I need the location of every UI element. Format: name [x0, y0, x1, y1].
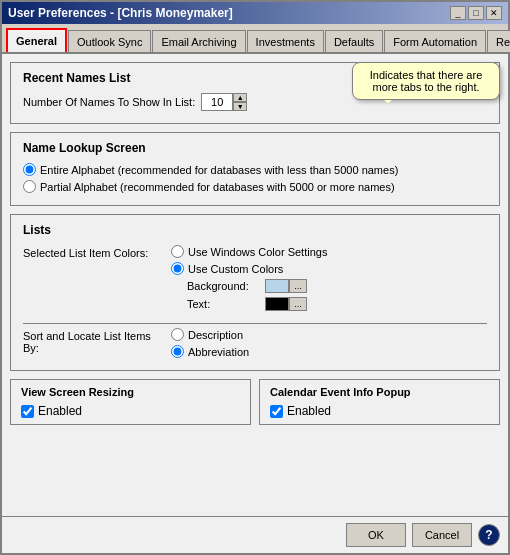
maximize-button[interactable]: □ [468, 6, 484, 20]
radio-sort-abbreviation[interactable] [171, 345, 184, 358]
lists-right-col: Use Windows Color Settings Use Custom Co… [171, 245, 487, 315]
text-color-label: Text: [187, 298, 257, 310]
main-window: User Preferences - [Chris Moneymaker] _ … [0, 0, 510, 555]
sort-description-label: Description [188, 329, 243, 341]
title-bar-buttons: _ □ ✕ [450, 6, 502, 20]
radio-row-custom: Use Custom Colors [171, 262, 487, 275]
view-screen-checkbox-row: Enabled [21, 404, 240, 418]
cancel-button[interactable]: Cancel [412, 523, 472, 547]
tab-form-automation[interactable]: Form Automation [384, 30, 486, 52]
minimize-button[interactable]: _ [450, 6, 466, 20]
sort-options-col: Description Abbreviation [171, 328, 487, 362]
radio-row-abbreviation: Abbreviation [171, 345, 487, 358]
radio-entire-alphabet[interactable] [23, 163, 36, 176]
spin-buttons: ▲ ▼ [233, 93, 247, 111]
calendar-popup-title: Calendar Event Info Popup [270, 386, 489, 398]
text-color-button[interactable]: ... [289, 297, 307, 311]
sort-label-col: Sort and Locate List Items By: [23, 328, 163, 362]
calendar-enabled-label: Enabled [287, 404, 331, 418]
spin-down-button[interactable]: ▼ [233, 102, 247, 111]
name-lookup-section: Name Lookup Screen Entire Alphabet (reco… [10, 132, 500, 206]
tooltip-text: Indicates that there are more tabs to th… [370, 69, 483, 93]
names-input-container: ▲ ▼ [201, 93, 247, 111]
button-bar: OK Cancel ? [2, 516, 508, 553]
sort-label: Sort and Locate List Items By: [23, 330, 151, 354]
spin-up-button[interactable]: ▲ [233, 93, 247, 102]
radio-windows-label: Use Windows Color Settings [188, 246, 327, 258]
background-color-label: Background: [187, 280, 257, 292]
tab-outlook-sync[interactable]: Outlook Sync [68, 30, 151, 52]
sort-inner: Sort and Locate List Items By: Descripti… [23, 328, 487, 362]
tab-investments[interactable]: Investments [247, 30, 324, 52]
radio-row-description: Description [171, 328, 487, 341]
background-swatch [265, 279, 289, 293]
tab-defaults[interactable]: Defaults [325, 30, 383, 52]
radio-row-entire: Entire Alphabet (recommended for databas… [23, 163, 487, 176]
names-input[interactable] [201, 93, 233, 111]
calendar-checkbox-row: Enabled [270, 404, 489, 418]
radio-partial-alphabet[interactable] [23, 180, 36, 193]
text-swatch [265, 297, 289, 311]
calendar-popup-section: Calendar Event Info Popup Enabled [259, 379, 500, 425]
ok-button[interactable]: OK [346, 523, 406, 547]
radio-partial-label: Partial Alphabet (recommended for databa… [40, 181, 395, 193]
bottom-sections: View Screen Resizing Enabled Calendar Ev… [10, 379, 500, 425]
name-lookup-title: Name Lookup Screen [23, 141, 487, 155]
radio-entire-label: Entire Alphabet (recommended for databas… [40, 164, 398, 176]
view-screen-title: View Screen Resizing [21, 386, 240, 398]
radio-windows-colors[interactable] [171, 245, 184, 258]
radio-row-windows: Use Windows Color Settings [171, 245, 487, 258]
background-color-button[interactable]: ... [289, 279, 307, 293]
radio-custom-label: Use Custom Colors [188, 263, 283, 275]
help-button[interactable]: ? [478, 524, 500, 546]
radio-row-partial: Partial Alphabet (recommended for databa… [23, 180, 487, 193]
lists-title: Lists [23, 223, 487, 237]
tabs-container: General Outlook Sync Email Archiving Inv… [2, 24, 508, 54]
lists-section: Lists Selected List Item Colors: Use Win… [10, 214, 500, 371]
title-bar: User Preferences - [Chris Moneymaker] _ … [2, 2, 508, 24]
tooltip-bubble: Indicates that there are more tabs to th… [352, 62, 500, 100]
colors-label: Selected List Item Colors: [23, 247, 148, 259]
close-button[interactable]: ✕ [486, 6, 502, 20]
lists-inner: Selected List Item Colors: Use Windows C… [23, 245, 487, 315]
radio-custom-colors[interactable] [171, 262, 184, 275]
window-title: User Preferences - [Chris Moneymaker] [8, 6, 233, 20]
background-color-row: Background: ... [187, 279, 487, 293]
view-screen-enabled-checkbox[interactable] [21, 405, 34, 418]
names-field-label: Number Of Names To Show In List: [23, 96, 195, 108]
lists-colors-label-col: Selected List Item Colors: [23, 245, 163, 315]
tab-report[interactable]: Report [487, 30, 510, 52]
tab-email-archiving[interactable]: Email Archiving [152, 30, 245, 52]
view-screen-enabled-label: Enabled [38, 404, 82, 418]
radio-sort-description[interactable] [171, 328, 184, 341]
view-screen-section: View Screen Resizing Enabled [10, 379, 251, 425]
content-area: Indicates that there are more tabs to th… [2, 54, 508, 516]
sort-section: Sort and Locate List Items By: Descripti… [23, 323, 487, 362]
calendar-enabled-checkbox[interactable] [270, 405, 283, 418]
text-color-row: Text: ... [187, 297, 487, 311]
sort-abbreviation-label: Abbreviation [188, 346, 249, 358]
tab-general[interactable]: General [6, 28, 67, 52]
